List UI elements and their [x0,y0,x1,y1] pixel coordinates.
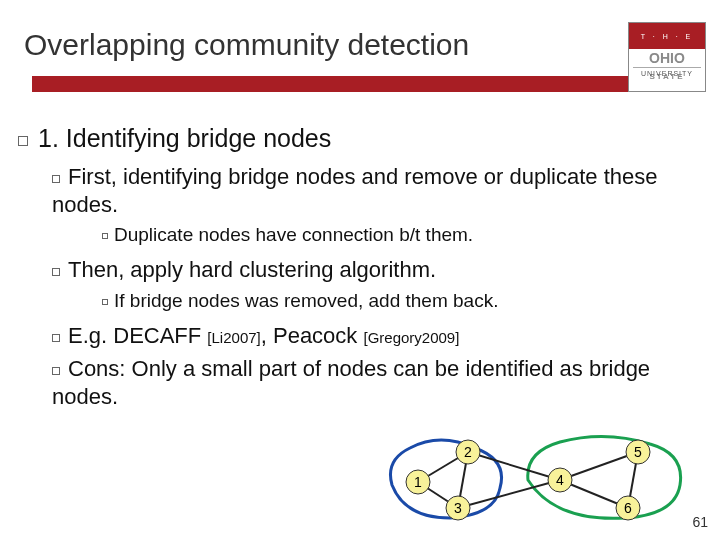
bullet-icon [18,136,28,146]
eg-prefix: E.g. DECAFF [68,323,207,348]
bullet-text: If bridge nodes was removed, add them ba… [114,290,498,311]
bullet-text: Then, apply hard clustering algorithm. [68,257,436,282]
heading-level1: 1. Identifying bridge nodes [18,124,702,153]
bullet-text: First, identifying bridge nodes and remo… [52,164,657,217]
slide-header: Overlapping community detection T · H · … [0,0,720,100]
node-6-label: 6 [624,500,632,516]
bullet-cons: Cons: Only a small part of nodes can be … [52,355,702,410]
bullet-icon [52,334,60,342]
bullet-icon [102,299,108,305]
bullet-text: Cons: Only a small part of nodes can be … [52,356,650,409]
title-underline [32,76,630,92]
citation-li2007: [Li2007] [207,329,260,346]
bullet-icon [52,367,60,375]
slide-content: 1. Identifying bridge nodes First, ident… [0,100,720,410]
svg-line-3 [468,452,560,480]
page-number: 61 [692,514,708,530]
graph-diagram: 1 2 3 4 5 6 [380,430,700,530]
node-5-label: 5 [634,444,642,460]
logo-top-text: T · H · E [629,23,705,49]
bullet-icon [52,268,60,276]
logo-mid-text: OHIO STATE [629,49,705,67]
bullet-text: Duplicate nodes have connection b/t them… [114,224,473,245]
slide-title: Overlapping community detection [0,0,720,62]
node-4-label: 4 [556,472,564,488]
node-2-label: 2 [464,444,472,460]
bullet-icon [102,233,108,239]
ohio-state-logo: T · H · E OHIO STATE UNIVERSITY [628,22,706,92]
node-3-label: 3 [454,500,462,516]
bullet-duplicate: Duplicate nodes have connection b/t them… [102,224,702,246]
svg-line-4 [458,480,560,508]
eg-mid: , Peacock [261,323,364,348]
node-1-label: 1 [414,474,422,490]
citation-gregory2009: [Gregory2009] [363,329,459,346]
logo-ohio: OHIO [649,50,685,66]
bullet-examples: E.g. DECAFF [Li2007], Peacock [Gregory20… [52,322,702,350]
bullet-then: Then, apply hard clustering algorithm. [52,256,702,284]
bullet-first: First, identifying bridge nodes and remo… [52,163,702,218]
heading-text: 1. Identifying bridge nodes [38,124,331,152]
bullet-icon [52,175,60,183]
bullet-addback: If bridge nodes was removed, add them ba… [102,290,702,312]
